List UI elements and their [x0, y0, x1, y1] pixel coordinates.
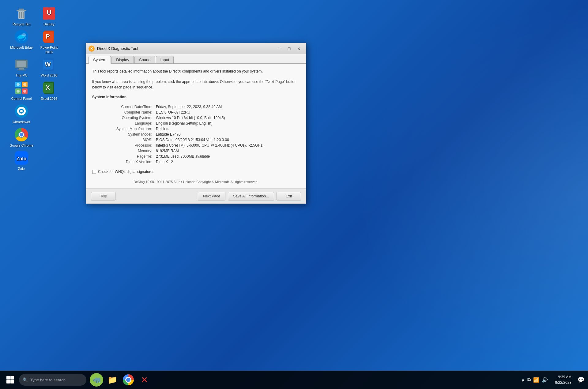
this-pc-label: This PC: [15, 73, 27, 77]
info-label: Processor:: [92, 143, 153, 148]
table-row: Computer Name:DESKTOP-87T22RU: [92, 110, 300, 115]
unikey-label: UniKey: [43, 22, 54, 26]
table-row: BIOS:BIOS Date: 08/20/18 21:53:04 Ver: 1…: [92, 137, 300, 143]
chrome-taskbar-icon: [123, 374, 134, 385]
info-label: System Model:: [92, 132, 153, 137]
desktop-icon-zalo[interactable]: Zalo Zalo: [9, 151, 34, 171]
windows-logo: [6, 376, 14, 383]
tab-system[interactable]: System: [89, 56, 111, 64]
powerpoint-label: PowerPoint 2016: [37, 45, 61, 54]
info-label: Computer Name:: [92, 110, 153, 115]
desktop-icon-excel[interactable]: X Excel 2016: [37, 80, 61, 101]
desktop-icon-edge[interactable]: Microsoft Edge: [9, 29, 34, 54]
svg-text:X: X: [46, 84, 50, 91]
dx-footer-text: DxDiag 10.00.19041.2075 64-bit Unicode C…: [92, 180, 300, 184]
desktop-icon-unikey[interactable]: U UniKey: [37, 6, 61, 26]
desktop-icon-control-panel[interactable]: Control Panel: [9, 80, 34, 101]
whql-checkbox[interactable]: [92, 170, 96, 174]
next-page-button[interactable]: Next Page: [198, 192, 225, 200]
dx-section-title: System Information: [92, 95, 300, 100]
notification-button[interactable]: 💬: [576, 375, 586, 384]
whql-label[interactable]: Check for WHQL digital signatures: [98, 170, 154, 174]
svg-point-29: [17, 90, 20, 93]
info-value: BIOS Date: 08/20/18 21:53:04 Ver: 1.20.3…: [153, 137, 300, 143]
svg-rect-17: [17, 61, 26, 67]
info-value: 8192MB RAM: [153, 148, 300, 154]
desktop-icon-recycle-bin[interactable]: Recycle Bin: [9, 6, 34, 26]
info-value: Dell Inc.: [153, 126, 300, 132]
desktop-icon-chrome[interactable]: Google Chrome: [9, 127, 34, 148]
dx-titlebar-controls: ─ □ ✕: [275, 45, 303, 52]
taskbar-app-redx[interactable]: ✕: [137, 372, 152, 387]
tray-wifi[interactable]: 📶: [533, 377, 539, 383]
dx-info-table: Current Date/Time:Friday, September 22, …: [92, 104, 300, 165]
info-value: English (Regional Setting: English): [153, 121, 300, 126]
tab-sound[interactable]: Sound: [134, 56, 155, 63]
edge-label: Microsoft Edge: [10, 45, 32, 50]
directx-window: ✕ DirectX Diagnostic Tool ─ □ ✕ System D…: [86, 43, 306, 204]
dx-checkbox-area: Check for WHQL digital signatures: [92, 170, 300, 174]
svg-text:Zalo: Zalo: [17, 156, 27, 161]
svg-text:U: U: [47, 9, 51, 16]
dx-window-icon: ✕: [89, 46, 95, 52]
info-value: DirectX 12: [153, 159, 300, 165]
table-row: System Manufacturer:Dell Inc.: [92, 126, 300, 132]
desktop-icon-powerpoint[interactable]: P PowerPoint 2016: [37, 29, 61, 54]
control-panel-label: Control Panel: [11, 96, 32, 101]
desktop-icon-ultraviewer[interactable]: UltraViewer: [9, 104, 34, 124]
tab-display[interactable]: Display: [111, 56, 134, 63]
desktop-icon-this-pc[interactable]: This PC: [9, 57, 34, 77]
svg-text:P: P: [46, 33, 50, 40]
svg-rect-2: [19, 9, 24, 10]
search-icon: 🔍: [23, 377, 28, 382]
taskbar-app-explorer[interactable]: 📁: [105, 372, 120, 387]
desktop: Recycle Bin U UniKey: [0, 0, 588, 389]
svg-point-27: [17, 83, 20, 86]
close-button[interactable]: ✕: [294, 45, 303, 52]
search-input[interactable]: [30, 378, 79, 382]
ultraviewer-label: UltraViewer: [13, 120, 30, 124]
svg-point-41: [20, 133, 23, 137]
maximize-button[interactable]: □: [285, 45, 294, 52]
table-row: Current Date/Time:Friday, September 22, …: [92, 104, 300, 110]
save-all-button[interactable]: Save All Information...: [228, 192, 274, 200]
system-tray: ∧ ⧉ 📶 🔊: [519, 376, 550, 384]
zalo-label: Zalo: [18, 166, 24, 171]
info-label: Operating System:: [92, 115, 153, 121]
table-row: Processor:Intel(R) Core(TM) i5-6300U CPU…: [92, 143, 300, 148]
taskbar-right: ∧ ⧉ 📶 🔊 9:39 AM 9/22/2023 💬: [519, 373, 586, 387]
svg-point-12: [21, 33, 26, 36]
table-row: Language:English (Regional Setting: Engl…: [92, 121, 300, 126]
info-label: Language:: [92, 121, 153, 126]
info-label: Page file:: [92, 154, 153, 159]
info-label: Memory:: [92, 148, 153, 154]
taskbar: 🔍 🦏 📁 ✕ ∧ ⧉ 📶: [0, 371, 588, 389]
dx-buttons: Help Next Page Save All Information... E…: [86, 189, 306, 204]
tab-input[interactable]: Input: [156, 56, 174, 63]
info-value: Windows 10 Pro 64-bit (10.0, Build 19045…: [153, 115, 300, 121]
tray-volume[interactable]: 🔊: [542, 377, 548, 383]
start-button[interactable]: [2, 372, 18, 387]
clock[interactable]: 9:39 AM 9/22/2023: [553, 373, 574, 387]
desktop-icon-word[interactable]: W Word 2016: [37, 57, 61, 77]
desktop-icons-container: Recycle Bin U UniKey: [9, 6, 61, 174]
table-row: DirectX Version:DirectX 12: [92, 159, 300, 165]
taskbar-search[interactable]: 🔍: [19, 374, 86, 386]
taskbar-app-rhino[interactable]: 🦏: [89, 372, 104, 387]
tray-chevron[interactable]: ∧: [521, 377, 525, 383]
taskbar-apps: 🦏 📁 ✕: [89, 372, 152, 387]
recycle-bin-label: Recycle Bin: [13, 22, 30, 26]
table-row: Page file:2731MB used, 7060MB available: [92, 154, 300, 159]
help-button[interactable]: Help: [91, 192, 115, 200]
minimize-button[interactable]: ─: [275, 45, 284, 52]
tray-multiwindow[interactable]: ⧉: [527, 377, 531, 383]
info-value: Friday, September 22, 2023, 9:38:49 AM: [153, 104, 300, 110]
info-label: Current Date/Time:: [92, 104, 153, 110]
exit-button[interactable]: Exit: [277, 192, 301, 200]
svg-text:W: W: [45, 61, 51, 68]
dx-content: This tool reports detailed information a…: [86, 64, 306, 189]
dx-intro-1: This tool reports detailed information a…: [92, 69, 300, 74]
table-row: System Model:Latitude E7470: [92, 132, 300, 137]
svg-point-30: [23, 90, 26, 93]
taskbar-app-chrome[interactable]: [121, 372, 136, 387]
